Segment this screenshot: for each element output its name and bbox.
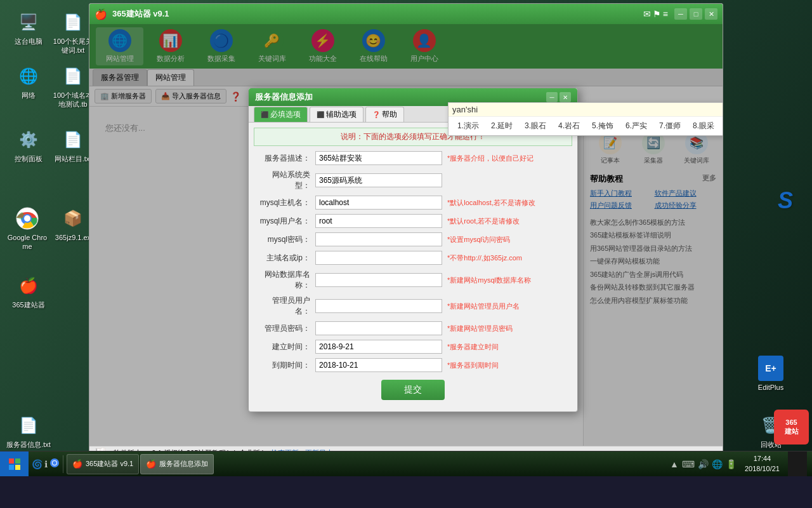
admin-pwd-input[interactable]: [315, 321, 442, 335]
taskbar-365app-icon: 🍎: [72, 459, 82, 469]
close-button[interactable]: ✕: [705, 8, 717, 20]
title-bar-controls: ─ □ ✕: [674, 8, 717, 20]
desktop-icon-365app[interactable]: 🍎 365建站器: [6, 273, 51, 309]
chrome-icon: [15, 206, 40, 231]
server-desc-hint: *服务器介绍，以便自己好记: [447, 154, 534, 163]
modal-close-button[interactable]: ✕: [560, 92, 571, 102]
show-desktop-button[interactable]: [788, 451, 807, 477]
modal-tab-required[interactable]: ⬛ 必填选项: [254, 107, 308, 122]
admin-user-input[interactable]: [315, 299, 442, 313]
domain-input[interactable]: [315, 251, 442, 265]
tray-arrow-icon[interactable]: ▲: [670, 459, 679, 469]
form-row-mysql-pwd: mysql密码： *设置mysql访问密码: [258, 232, 568, 246]
admin-user-hint: *新建网站管理员用户名: [447, 302, 520, 311]
expire-time-label: 到期时间：: [258, 360, 315, 371]
server-txt-icon: 📄: [16, 413, 41, 438]
autocomplete-item-3[interactable]: 4.岩石: [553, 119, 585, 133]
network-label: 网络: [6, 91, 51, 100]
mysql-host-label: mysql主机名：: [258, 197, 315, 208]
modal-title-controls: ─ ✕: [546, 92, 571, 102]
desktop-icon-server-txt[interactable]: 📄 服务器信息.txt: [6, 413, 51, 449]
editplus-icon: E+: [758, 356, 783, 381]
taskbar-chrome-icon[interactable]: [49, 458, 60, 470]
taskbar-ie2-icon[interactable]: ℹ: [44, 459, 48, 469]
autocomplete-item-7[interactable]: 8.眼采: [688, 119, 719, 133]
network-icon: 🌐: [16, 64, 41, 89]
app-window: 🍎 365建站器 v9.1 ✉ ⚑ ≡ ─ □ ✕ 🌐 网站管理 📊 数据分析: [89, 3, 723, 460]
mysql-user-input[interactable]: [315, 214, 442, 228]
tray-keyboard-icon[interactable]: ⌨: [682, 459, 695, 469]
domain-label: 主域名或ip：: [258, 253, 315, 264]
modal-tab-help-label: 帮助: [382, 109, 397, 120]
form-row-admin-user: 管理员用户名： *新建网站管理员用户名: [258, 295, 568, 317]
svg-rect-6: [9, 465, 14, 470]
form-row-mysql-user: mysql用户名： *默认root,若不是请修改: [258, 214, 568, 228]
autocomplete-item-1[interactable]: 2.延时: [486, 119, 518, 133]
mysql-user-hint: *默认root,若不是请修改: [447, 217, 520, 226]
autocomplete-item-4[interactable]: 5.掩饰: [587, 119, 619, 133]
autocomplete-input[interactable]: [452, 105, 723, 114]
desktop-icon-network[interactable]: 🌐 网络: [6, 64, 51, 100]
mysql-pwd-label: mysql密码：: [258, 234, 315, 245]
modal-form: 服务器描述： *服务器介绍，以便自己好记 网站系统类型： mysql主机名： *…: [249, 151, 577, 411]
start-button[interactable]: [0, 451, 29, 477]
app-title: 365建站器 v9.1: [112, 8, 643, 20]
autocomplete-item-8[interactable]: 9.厌食: [721, 119, 723, 133]
taskbar-items: 🍎 365建站器 v9.1 🍎 服务器信息添加: [63, 454, 665, 474]
required-tab-icon: ⬛: [261, 111, 268, 118]
autocomplete-item-0[interactable]: 1.演示: [452, 119, 484, 133]
submit-button[interactable]: 提交: [381, 380, 445, 400]
form-row-db-name: 网站数据库名称： *新建网站mysql数据库名称: [258, 269, 568, 291]
sitelist-txt-icon: 📄: [60, 127, 86, 152]
domains-txt-icon: 📄: [60, 64, 86, 89]
autocomplete-dropdown: 1.演示 2.延时 3.眼石 4.岩石 5.掩饰 6.严实 7.僵师 8.眼采 …: [448, 102, 723, 136]
mail-icon: ✉: [643, 9, 651, 19]
my-computer-icon: 🖥️: [16, 10, 41, 35]
taskbar-ie-icon[interactable]: 🌀: [32, 459, 43, 469]
form-row-expire-time: 到期时间： *服务器到期时间: [258, 358, 568, 372]
modal-overlay: 服务器信息添加 ─ ✕ ⬛ 必填选项 ⬛ 辅助选项: [89, 24, 723, 460]
modal-dialog: 服务器信息添加 ─ ✕ ⬛ 必填选项 ⬛ 辅助选项: [248, 88, 578, 412]
tray-volume-icon[interactable]: 🔊: [698, 459, 709, 469]
modal-tab-help[interactable]: ❓ 帮助: [365, 107, 404, 122]
taskbar-clock: 17:44 2018/10/21: [740, 454, 785, 474]
control-panel-icon: ⚙️: [16, 127, 41, 152]
modal-minimize-button[interactable]: ─: [546, 92, 558, 102]
autocomplete-item-5[interactable]: 6.严实: [620, 119, 652, 133]
autocomplete-item-2[interactable]: 3.眼石: [520, 119, 551, 133]
minimize-button[interactable]: ─: [674, 8, 687, 20]
filter-icon: ≡: [663, 9, 668, 19]
form-row-domain: 主域名或ip： *不带http://,如365jz.com: [258, 251, 568, 265]
create-time-input[interactable]: [315, 340, 442, 354]
taskbar-item-365app[interactable]: 🍎 365建站器 v9.1: [67, 454, 139, 474]
mysql-pwd-input[interactable]: [315, 232, 442, 246]
form-row-mysql-host: mysql主机名： *默认localhost,若不是请修改: [258, 196, 568, 210]
mysql-host-input[interactable]: [315, 196, 442, 210]
sogou-icon: S: [778, 187, 793, 214]
title-bar-extra-icons: ✉ ⚑ ≡: [643, 9, 668, 19]
tray-battery-icon[interactable]: 🔋: [726, 459, 737, 469]
server-txt-label: 服务器信息.txt: [6, 440, 51, 449]
maximize-button[interactable]: □: [690, 8, 702, 20]
taskbar-server-add-label: 服务器信息添加: [159, 459, 208, 469]
tray-network-icon[interactable]: 🌐: [712, 459, 723, 469]
svg-point-3: [24, 215, 30, 222]
site-type-input[interactable]: [315, 173, 442, 187]
modal-tab-auxiliary[interactable]: ⬛ 辅助选项: [310, 107, 363, 122]
desktop-icon-my-computer[interactable]: 🖥️ 这台电脑: [6, 10, 51, 46]
desktop-icon-chrome[interactable]: Google Chrome: [5, 206, 49, 251]
expire-time-input[interactable]: [315, 358, 442, 372]
server-desc-input[interactable]: [315, 151, 442, 165]
desktop: 🖥️ 这台电脑 🌐 网络 ⚙️ 控制面板 Google Chrome 🍎 365…: [0, 0, 812, 476]
taskbar-item-server-add[interactable]: 🍎 服务器信息添加: [140, 454, 214, 474]
db-name-input[interactable]: [315, 273, 442, 287]
mysql-pwd-hint: *设置mysql访问密码: [447, 235, 510, 244]
db-name-label: 网站数据库名称：: [258, 269, 315, 291]
365-logo-desktop: 365建站: [774, 410, 809, 444]
autocomplete-item-6[interactable]: 7.僵师: [654, 119, 686, 133]
taskbar-tray: ▲ ⌨ 🔊 🌐 🔋 17:44 2018/10/21: [665, 451, 812, 477]
domain-hint: *不带http://,如365jz.com: [447, 253, 522, 263]
desktop-icon-control-panel[interactable]: ⚙️ 控制面板: [6, 127, 51, 163]
desktop-icon-editplus[interactable]: E+ EditPlus: [749, 356, 793, 392]
svg-rect-7: [15, 465, 20, 470]
